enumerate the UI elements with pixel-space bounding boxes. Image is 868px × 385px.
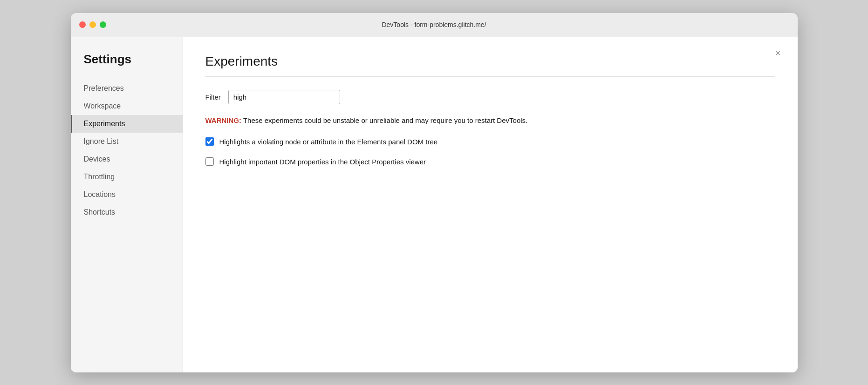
experiment-checkbox-2[interactable] <box>205 157 214 166</box>
filter-input[interactable] <box>228 90 340 104</box>
sidebar-heading: Settings <box>71 52 183 80</box>
sidebar-item-shortcuts[interactable]: Shortcuts <box>71 203 183 221</box>
main-content: × Experiments Filter WARNING: These expe… <box>183 37 798 372</box>
sidebar-item-label-throttling: Throttling <box>84 173 115 181</box>
minimize-traffic-light[interactable] <box>89 21 96 28</box>
sidebar-item-label-locations: Locations <box>84 190 116 199</box>
sidebar-item-experiments[interactable]: Experiments <box>71 115 183 133</box>
experiment-label-1[interactable]: Highlights a violating node or attribute… <box>219 137 438 148</box>
sidebar-item-devices[interactable]: Devices <box>71 150 183 168</box>
experiment-checkbox-1[interactable] <box>205 137 214 146</box>
page-title: Experiments <box>205 54 775 69</box>
sidebar-item-label-devices: Devices <box>84 155 110 163</box>
devtools-window: DevTools - form-problems.glitch.me/ Sett… <box>71 13 798 372</box>
close-button[interactable]: × <box>772 47 785 60</box>
sidebar: Settings Preferences Workspace Experimen… <box>71 37 183 372</box>
sidebar-item-label-shortcuts: Shortcuts <box>84 208 116 216</box>
sidebar-item-preferences[interactable]: Preferences <box>71 80 183 97</box>
sidebar-item-label-experiments: Experiments <box>84 120 125 128</box>
sidebar-item-ignore-list[interactable]: Ignore List <box>71 133 183 150</box>
warning-text: WARNING: These experiments could be unst… <box>205 115 775 126</box>
sidebar-item-locations[interactable]: Locations <box>71 186 183 203</box>
warning-message: These experiments could be unstable or u… <box>241 116 527 124</box>
divider <box>205 76 775 77</box>
sidebar-item-throttling[interactable]: Throttling <box>71 168 183 186</box>
filter-row: Filter <box>205 90 775 104</box>
experiment-item-2: Highlight important DOM properties in th… <box>205 157 775 168</box>
sidebar-item-workspace[interactable]: Workspace <box>71 97 183 115</box>
settings-container: Settings Preferences Workspace Experimen… <box>71 37 798 372</box>
sidebar-item-label-workspace: Workspace <box>84 102 121 110</box>
warning-label: WARNING: <box>205 116 242 124</box>
experiment-label-2[interactable]: Highlight important DOM properties in th… <box>219 157 426 168</box>
filter-label: Filter <box>205 93 221 101</box>
titlebar: DevTools - form-problems.glitch.me/ <box>71 13 798 37</box>
experiment-item-1: Highlights a violating node or attribute… <box>205 137 775 148</box>
titlebar-title: DevTools - form-problems.glitch.me/ <box>382 21 486 28</box>
maximize-traffic-light[interactable] <box>100 21 106 28</box>
traffic-lights <box>79 21 106 28</box>
sidebar-item-label-preferences: Preferences <box>84 84 124 93</box>
close-traffic-light[interactable] <box>79 21 86 28</box>
sidebar-item-label-ignore-list: Ignore List <box>84 137 119 146</box>
